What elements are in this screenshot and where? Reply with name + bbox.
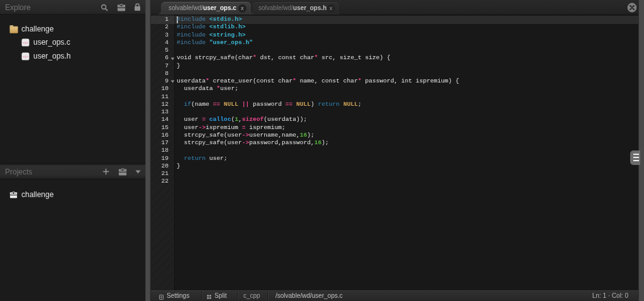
svg-text:</>: </> [23,40,28,44]
svg-text:</>: </> [23,54,28,58]
